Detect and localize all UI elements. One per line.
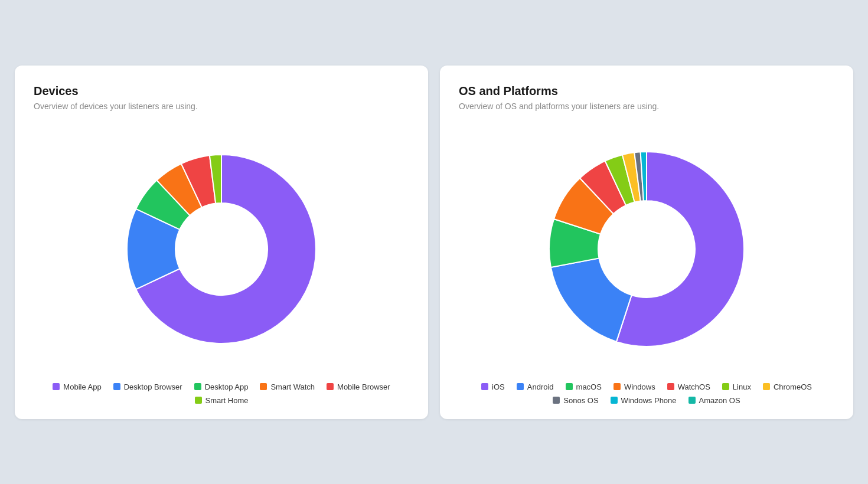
legend-item-windows-phone: Windows Phone bbox=[611, 396, 677, 405]
legend-dot bbox=[611, 397, 618, 404]
legend-dot bbox=[553, 397, 560, 404]
devices-card: Devices Overview of devices your listene… bbox=[15, 66, 428, 419]
legend-label: iOS bbox=[492, 382, 505, 391]
devices-donut-chart bbox=[115, 143, 328, 355]
legend-dot bbox=[194, 383, 201, 390]
legend-item-mobile-app: Mobile App bbox=[53, 382, 101, 391]
platforms-donut-chart bbox=[534, 137, 759, 361]
legend-label: Mobile Browser bbox=[337, 382, 390, 391]
legend-item-chromeos: ChromeOS bbox=[763, 382, 812, 391]
legend-label: macOS bbox=[576, 382, 602, 391]
devices-chart-area bbox=[34, 125, 409, 373]
legend-dot bbox=[722, 383, 729, 390]
legend-dot bbox=[566, 383, 573, 390]
legend-label: Desktop App bbox=[205, 382, 249, 391]
legend-dot bbox=[763, 383, 770, 390]
platforms-subtitle: Overview of OS and platforms your listen… bbox=[459, 102, 834, 111]
legend-dot bbox=[481, 383, 488, 390]
devices-title: Devices bbox=[34, 84, 409, 98]
platforms-card: OS and Platforms Overview of OS and plat… bbox=[440, 66, 853, 419]
platforms-title: OS and Platforms bbox=[459, 84, 834, 98]
legend-dot bbox=[195, 397, 202, 404]
platforms-legend: iOSAndroidmacOSWindowsWatchOSLinuxChrome… bbox=[459, 382, 834, 405]
platforms-chart-area bbox=[459, 125, 834, 373]
legend-item-amazon-os: Amazon OS bbox=[688, 396, 740, 405]
legend-label: Amazon OS bbox=[699, 396, 740, 405]
legend-label: Sonos OS bbox=[563, 396, 598, 405]
legend-item-android: Android bbox=[517, 382, 554, 391]
legend-item-desktop-app: Desktop App bbox=[194, 382, 249, 391]
legend-item-watchos: WatchOS bbox=[667, 382, 710, 391]
legend-label: Desktop Browser bbox=[124, 382, 182, 391]
segment-android bbox=[551, 258, 632, 342]
legend-label: Mobile App bbox=[63, 382, 101, 391]
legend-dot bbox=[614, 383, 621, 390]
legend-item-windows: Windows bbox=[614, 382, 655, 391]
legend-item-mobile-browser: Mobile Browser bbox=[327, 382, 390, 391]
legend-item-macos: macOS bbox=[566, 382, 602, 391]
legend-item-smart-home: Smart Home bbox=[195, 396, 249, 405]
legend-label: Smart Home bbox=[205, 396, 249, 405]
legend-dot bbox=[667, 383, 674, 390]
legend-label: ChromeOS bbox=[774, 382, 812, 391]
legend-label: Linux bbox=[733, 382, 751, 391]
devices-subtitle: Overview of devices your listeners are u… bbox=[34, 102, 409, 111]
legend-label: Android bbox=[527, 382, 554, 391]
main-container: Devices Overview of devices your listene… bbox=[15, 66, 853, 419]
legend-dot bbox=[53, 383, 60, 390]
legend-item-desktop-browser: Desktop Browser bbox=[113, 382, 182, 391]
legend-label: Windows bbox=[624, 382, 655, 391]
legend-dot bbox=[327, 383, 334, 390]
legend-dot bbox=[517, 383, 524, 390]
legend-label: WatchOS bbox=[678, 382, 710, 391]
legend-label: Windows Phone bbox=[621, 396, 677, 405]
legend-dot bbox=[688, 397, 696, 404]
devices-legend: Mobile AppDesktop BrowserDesktop AppSmar… bbox=[34, 382, 409, 405]
legend-dot bbox=[113, 383, 120, 390]
legend-item-ios: iOS bbox=[481, 382, 505, 391]
legend-dot bbox=[260, 383, 267, 390]
legend-item-sonos-os: Sonos OS bbox=[553, 396, 598, 405]
legend-item-smart-watch: Smart Watch bbox=[260, 382, 315, 391]
legend-item-linux: Linux bbox=[722, 382, 751, 391]
legend-label: Smart Watch bbox=[270, 382, 315, 391]
